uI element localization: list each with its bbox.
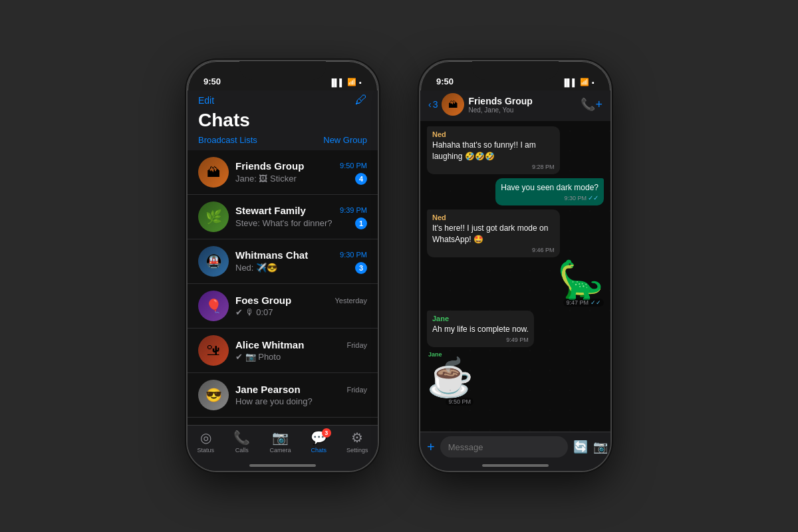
chat-item-stewart-family[interactable]: 🌿 Stewart Family 9:39 PM Steve: What's f…: [188, 195, 378, 239]
chat-item-foes-group[interactable]: 🎈 Foes Group Yesterday ✔ 🎙 0:07: [188, 284, 378, 329]
nav-label-chats: Chats: [311, 447, 327, 454]
chat-item-friends-group[interactable]: 🏔 Friends Group 9:50 PM Jane: 🖼 Sticker …: [188, 150, 378, 195]
sticker-tick: ✓✓: [591, 299, 601, 306]
chat-time: Yesterday: [334, 297, 367, 305]
chats-screen: Edit 🖊 Chats Broadcast Lists New Group 🏔…: [188, 90, 378, 471]
chat-preview: ✔ 📷 Photo: [235, 352, 281, 362]
msg-meta: 9:28 PM: [432, 164, 555, 170]
avatar-stewart-family: 🌿: [198, 201, 229, 232]
message-ned-2: Ned It's here!! I just got dark mode on …: [427, 209, 560, 257]
emoji-sticker-icon[interactable]: 🔄: [573, 440, 588, 454]
chat-preview-row: How are you doing?: [235, 396, 367, 406]
chats-header: Edit 🖊 Chats Broadcast Lists New Group: [188, 90, 378, 150]
chat-time: 9:30 PM: [340, 251, 367, 259]
message-input[interactable]: [440, 436, 568, 458]
tick-icon: ✓✓: [588, 194, 598, 201]
signal-icon: ▐▌▌: [329, 78, 344, 86]
msg-text: Hahaha that's so funny!! I am laughing 🤣…: [432, 140, 555, 162]
notch-1: [239, 61, 326, 80]
chat-badge: 3: [355, 262, 367, 274]
chat-preview: Ned: ✈️😎: [235, 263, 277, 273]
chat-info-friends-group: Friends Group 9:50 PM Jane: 🖼 Sticker 4: [235, 160, 367, 185]
sticker-dino-meta: 9:47 PM ✓✓: [563, 299, 604, 307]
chat-badge: 1: [355, 217, 367, 229]
msg-sender-jane: Jane: [432, 315, 529, 323]
add-attachment-button[interactable]: +: [427, 440, 435, 455]
message-ned-1: Ned Hahaha that's so funny!! I am laughi…: [427, 126, 560, 174]
chat-name-row: Foes Group Yesterday: [235, 295, 367, 306]
chat-preview: Jane: 🖼 Sticker: [235, 174, 297, 184]
avatar-whitmans-chat: 🚇: [198, 246, 229, 277]
settings-icon: ⚙: [351, 430, 363, 446]
chat-preview: ✔ 🎙 0:07: [235, 307, 273, 317]
avatar-friends-group: 🏔: [198, 157, 229, 188]
chat-name: Foes Group: [235, 295, 291, 306]
input-bar: + 🔄 📷 🎙: [420, 432, 610, 462]
msg-sender-ned: Ned: [432, 130, 555, 138]
phone-2: 9:50 ▐▌▌ 📶 ▪ ‹ 3 🏔 Friends Group Ned, Ja…: [419, 60, 612, 472]
chat-preview-row: Ned: ✈️😎 3: [235, 262, 367, 274]
chat-item-alice-whitman[interactable]: 🏜 Alice Whitman Friday ✔ 📷 Photo: [188, 329, 378, 373]
msg-text: Ah my life is complete now.: [432, 324, 529, 335]
chat-screen: ‹ 3 🏔 Friends Group Ned, Jane, You 📞+ Ne…: [420, 90, 610, 471]
battery-icon-2: ▪: [592, 78, 595, 86]
messages-area: Ned Hahaha that's so funny!! I am laughi…: [420, 121, 610, 432]
chat-time: Friday: [346, 386, 367, 394]
chat-preview-row: ✔ 📷 Photo: [235, 352, 367, 362]
nav-label-settings: Settings: [346, 447, 368, 454]
header-group-name: Friends Group: [468, 96, 577, 106]
chat-time: 9:39 PM: [340, 206, 367, 214]
chats-nav-badge: 3: [322, 428, 331, 438]
phone-1: 9:50 ▐▌▌ 📶 ▪ Edit 🖊 Chats Broadcast List…: [186, 60, 379, 472]
bottom-nav: ◎ Status 📞 Calls 📷 Camera 💬 3 Chats ⚙ Se…: [188, 425, 378, 462]
status-time-1: 9:50: [203, 76, 221, 86]
status-icons-1: ▐▌▌ 📶 ▪: [329, 78, 362, 86]
compose-icon[interactable]: 🖊: [355, 93, 367, 107]
nav-chats[interactable]: 💬 3 Chats: [311, 430, 327, 454]
chat-name: Alice Whitman: [235, 339, 304, 350]
nav-status[interactable]: ◎ Status: [198, 430, 215, 454]
chat-preview: How are you doing?: [235, 396, 313, 406]
sticker-coffee: Jane ☕ 9:50 PM: [427, 351, 473, 406]
chat-name-row: Jane Pearson Friday: [235, 384, 367, 395]
nav-settings[interactable]: ⚙ Settings: [346, 430, 368, 454]
edit-button[interactable]: Edit: [198, 95, 214, 106]
signal-icon-2: ▐▌▌: [562, 78, 577, 86]
chat-name: Whitmans Chat: [235, 249, 308, 261]
chat-info-foes-group: Foes Group Yesterday ✔ 🎙 0:07: [235, 295, 367, 317]
chat-item-jane-pearson[interactable]: 😎 Jane Pearson Friday How are you doing?: [188, 373, 378, 418]
chats-top-bar: Edit 🖊: [198, 93, 367, 107]
nav-label-calls: Calls: [235, 447, 249, 454]
nav-label-camera: Camera: [269, 447, 291, 454]
chat-header: ‹ 3 🏔 Friends Group Ned, Jane, You 📞+: [420, 90, 610, 121]
chat-name-row: Whitmans Chat 9:30 PM: [235, 249, 367, 261]
chat-name-row: Friends Group 9:50 PM: [235, 160, 367, 172]
chat-info-jane-pearson: Jane Pearson Friday How are you doing?: [235, 384, 367, 406]
chat-info-stewart-family: Stewart Family 9:39 PM Steve: What's for…: [235, 205, 367, 229]
sticker-dino-emoji: 🦕: [557, 261, 604, 299]
chats-title: Chats: [198, 110, 367, 131]
chat-time: Friday: [346, 341, 367, 349]
msg-sender-ned: Ned: [432, 213, 555, 221]
broadcast-lists-button[interactable]: Broadcast Lists: [198, 135, 257, 145]
chat-item-whitmans-chat[interactable]: 🚇 Whitmans Chat 9:30 PM Ned: ✈️😎 3: [188, 239, 378, 284]
new-group-button[interactable]: New Group: [323, 135, 367, 145]
wifi-icon: 📶: [347, 78, 356, 86]
message-outgoing-1: Have you seen dark mode? 9:30 PM ✓✓: [495, 178, 604, 206]
msg-meta: 9:49 PM: [432, 336, 529, 343]
chats-actions: Broadcast Lists New Group: [198, 135, 367, 145]
home-bar-1: [249, 464, 316, 467]
header-avatar: 🏔: [442, 93, 464, 116]
nav-camera[interactable]: 📷 Camera: [269, 430, 291, 454]
sticker-coffee-emoji: ☕: [427, 359, 473, 396]
chat-name-row: Stewart Family 9:39 PM: [235, 205, 367, 216]
call-button[interactable]: 📞+: [581, 97, 602, 112]
sticker-dino: 🦕 9:47 PM ✓✓: [557, 261, 604, 307]
sticker-coffee-meta: 9:50 PM: [446, 398, 473, 406]
nav-calls[interactable]: 📞 Calls: [233, 430, 250, 454]
camera-chat-icon[interactable]: 📷: [593, 440, 608, 454]
nav-label-status: Status: [198, 447, 215, 454]
back-button[interactable]: ‹ 3: [428, 99, 438, 110]
home-indicator-1: [188, 462, 378, 471]
chat-preview-row: Jane: 🖼 Sticker 4: [235, 173, 367, 185]
